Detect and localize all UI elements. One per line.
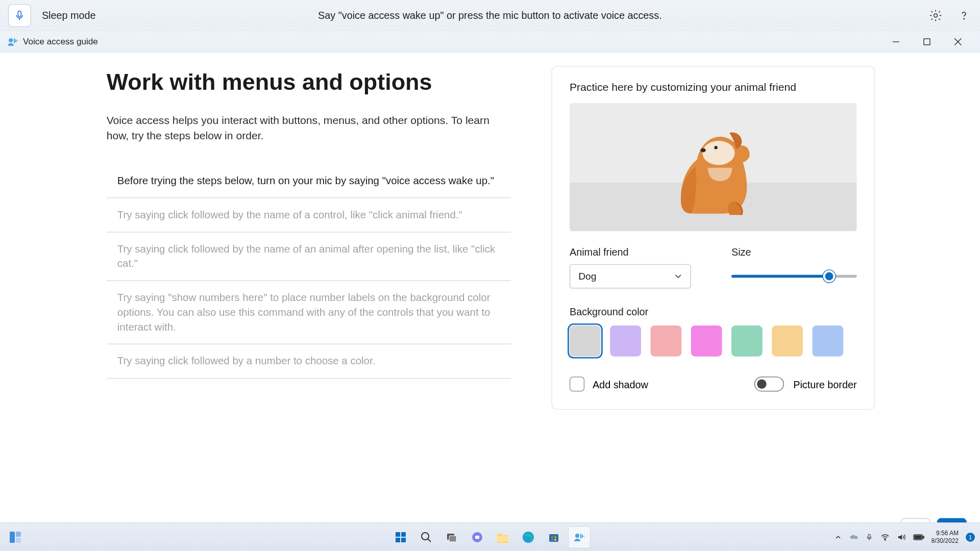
practice-title: Practice here by customizing your animal…	[570, 82, 857, 94]
maximize-button[interactable]	[911, 31, 942, 52]
color-swatch[interactable]	[812, 325, 843, 357]
dog-illustration	[669, 120, 757, 215]
time-text: 9:56 AM	[932, 530, 959, 537]
svg-rect-26	[554, 539, 556, 541]
step-item: Try saying click followed by a number to…	[107, 344, 511, 379]
svg-point-6	[714, 146, 718, 149]
tray-mic-icon[interactable]	[865, 533, 873, 541]
store-button[interactable]	[543, 527, 565, 548]
task-view-button[interactable]	[441, 527, 462, 548]
svg-point-2	[963, 18, 964, 19]
task-view-icon	[446, 532, 457, 543]
edge-button[interactable]	[518, 527, 539, 548]
svg-point-27	[575, 534, 579, 538]
help-icon	[957, 9, 970, 22]
step-item: Try saying "show numbers here" to place …	[107, 281, 511, 344]
svg-rect-13	[396, 538, 400, 542]
voice-access-bar: Sleep mode Say "voice access wake up" or…	[0, 0, 980, 31]
svg-rect-24	[554, 536, 556, 538]
svg-rect-10	[16, 538, 21, 543]
color-swatch[interactable]	[731, 325, 763, 357]
svg-rect-17	[449, 536, 456, 542]
intro-text: Voice access helps you interact with but…	[107, 113, 498, 144]
close-button[interactable]	[942, 31, 973, 52]
size-label: Size	[731, 246, 857, 257]
animal-value: Dog	[578, 271, 596, 282]
svg-rect-22	[549, 534, 558, 542]
color-swatch[interactable]	[772, 325, 803, 357]
svg-point-1	[934, 13, 937, 17]
widgets-icon	[9, 531, 22, 544]
border-toggle[interactable]	[754, 377, 784, 391]
voice-hint: Say "voice access wake up" or press the …	[318, 9, 662, 20]
clock[interactable]: 9:56 AM 8/30/2022	[932, 530, 959, 544]
steps-list: Before trying the steps below, turn on y…	[107, 171, 511, 379]
preview-area	[570, 103, 857, 231]
search-icon	[420, 531, 432, 543]
page-title: Work with menus and options	[107, 69, 511, 95]
app-icon	[7, 35, 19, 47]
svg-rect-23	[551, 536, 553, 538]
taskbar: 9:56 AM 8/30/2022 1	[0, 522, 980, 551]
shadow-label: Add shadow	[593, 379, 648, 390]
svg-point-3	[9, 38, 13, 42]
practice-card: Practice here by customizing your animal…	[551, 66, 875, 410]
windows-icon	[394, 531, 407, 544]
color-swatch[interactable]	[691, 325, 722, 357]
svg-rect-8	[10, 532, 15, 543]
step-item: Try saying click followed by the name of…	[107, 232, 511, 281]
svg-point-29	[885, 539, 886, 540]
color-swatch[interactable]	[650, 325, 681, 357]
svg-rect-9	[16, 532, 21, 537]
mic-icon	[13, 9, 26, 21]
volume-icon[interactable]	[897, 533, 906, 542]
svg-rect-25	[551, 539, 553, 541]
color-swatch[interactable]	[570, 325, 601, 357]
svg-rect-11	[396, 532, 400, 537]
minimize-icon	[892, 37, 900, 45]
border-label: Picture border	[793, 379, 856, 390]
gear-icon	[928, 9, 942, 22]
maximize-icon	[923, 37, 931, 45]
svg-rect-20	[497, 536, 508, 542]
animal-dropdown[interactable]: Dog	[570, 264, 691, 289]
mic-button[interactable]	[8, 4, 31, 27]
window-title-bar: Voice access guide	[0, 31, 980, 53]
wifi-icon[interactable]	[880, 533, 890, 542]
chat-icon	[471, 531, 483, 543]
color-swatch[interactable]	[610, 325, 641, 357]
svg-point-15	[422, 533, 429, 540]
step-item: Try saying click followed by the name of…	[107, 198, 511, 232]
animal-label: Animal friend	[570, 246, 691, 257]
svg-point-5	[702, 141, 734, 165]
battery-icon[interactable]	[913, 534, 924, 541]
svg-point-7	[700, 148, 706, 153]
svg-rect-4	[923, 38, 929, 44]
explorer-button[interactable]	[492, 527, 513, 548]
chevron-down-icon	[674, 272, 682, 281]
search-button[interactable]	[415, 527, 437, 548]
widgets-button[interactable]	[5, 527, 26, 548]
swatch-row	[570, 325, 857, 357]
slider-thumb[interactable]	[823, 270, 836, 283]
start-button[interactable]	[390, 527, 411, 548]
svg-rect-19	[475, 536, 479, 539]
settings-button[interactable]	[927, 7, 944, 23]
onedrive-icon[interactable]	[849, 533, 858, 542]
minimize-button[interactable]	[880, 31, 911, 52]
svg-rect-32	[923, 536, 924, 538]
step-item: Before trying the steps below, turn on y…	[107, 171, 511, 198]
svg-rect-28	[868, 534, 870, 538]
notification-badge[interactable]: 1	[966, 533, 975, 542]
tray-chevron-icon[interactable]	[835, 534, 842, 541]
folder-icon	[496, 532, 509, 543]
voice-status: Sleep mode	[42, 9, 96, 20]
close-icon	[953, 37, 962, 45]
voice-access-app[interactable]	[569, 527, 590, 548]
chat-button[interactable]	[467, 527, 488, 548]
shadow-checkbox[interactable]	[570, 377, 584, 391]
date-text: 8/30/2022	[932, 537, 959, 544]
window-title: Voice access guide	[23, 36, 98, 46]
help-button[interactable]	[955, 7, 972, 23]
size-slider[interactable]	[731, 264, 857, 289]
